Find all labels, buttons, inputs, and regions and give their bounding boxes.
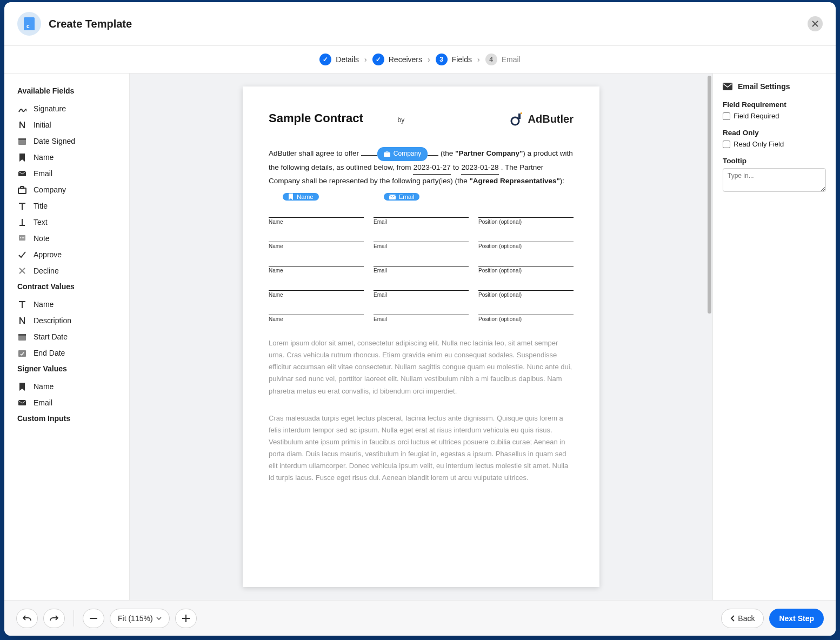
field-start-date[interactable]: Start Date (17, 329, 118, 345)
field-label: Name (34, 300, 54, 309)
date-to-value[interactable]: 2023-01-28 (461, 161, 499, 175)
input-line[interactable] (374, 308, 469, 315)
field-decline[interactable]: Decline (17, 263, 118, 279)
enddate-icon (17, 348, 27, 358)
field-email[interactable]: Email (17, 395, 118, 411)
table-row: NameEmailPosition (optional) (269, 210, 574, 225)
field-label: Approve (34, 250, 62, 259)
name-field-chip[interactable]: Name (283, 193, 319, 201)
svg-rect-1 (18, 138, 26, 140)
title-icon (17, 201, 27, 211)
field-name[interactable]: Name (17, 296, 118, 312)
bookmark-icon (17, 382, 27, 391)
template-icon (17, 12, 41, 36)
field-description[interactable]: Description (17, 312, 118, 329)
input-line[interactable] (269, 210, 364, 218)
field-approve[interactable]: Approve (17, 246, 118, 263)
svg-rect-15 (521, 112, 522, 114)
field-name[interactable]: Name (17, 378, 118, 395)
step-receivers[interactable]: ✓ Receivers (372, 54, 422, 65)
input-line[interactable] (478, 308, 574, 315)
input-line[interactable] (374, 210, 469, 218)
lorem-2: Cras malesuada turpis eget lectus placer… (269, 412, 574, 484)
input-line[interactable] (478, 283, 574, 291)
input-line[interactable] (478, 210, 574, 218)
field-label: Signature (34, 104, 66, 113)
field-label: Initial (34, 121, 51, 129)
column-label: Position (optional) (478, 292, 574, 298)
input-line[interactable] (478, 259, 574, 266)
mail-icon (17, 169, 27, 178)
company-field-chip[interactable]: Company (377, 147, 428, 161)
email-field-chip[interactable]: Email (384, 193, 420, 201)
table-row: NameEmailPosition (optional) (269, 283, 574, 298)
intro-paragraph: AdButler shall agree to offer Company (t… (269, 147, 574, 188)
field-company[interactable]: Company (17, 182, 118, 198)
input-line[interactable] (269, 283, 364, 291)
field-text[interactable]: Text (17, 214, 118, 230)
field-label: Description (34, 316, 71, 325)
svg-rect-12 (18, 400, 26, 405)
column-label: Position (optional) (478, 268, 574, 274)
date-from-value[interactable]: 2023-01-27 (413, 161, 451, 175)
create-template-modal: Create Template ✓ Details › ✓ Receivers … (4, 2, 676, 512)
brand-logo: AdButler (510, 111, 574, 126)
field-name[interactable]: Name (17, 149, 118, 165)
briefcase-icon (384, 151, 390, 157)
input-line[interactable] (374, 283, 469, 291)
field-signature[interactable]: Signature (17, 101, 118, 117)
document-canvas[interactable]: Sample Contract by AdButler AdButler sha… (130, 74, 676, 512)
signature-icon (17, 104, 27, 114)
step-email[interactable]: 4 Email (485, 54, 521, 65)
step-fields[interactable]: 3 Fields (436, 54, 472, 65)
column-label: Position (optional) (478, 243, 574, 249)
field-label: Decline (34, 266, 59, 275)
input-line[interactable] (269, 235, 364, 242)
table-row: NameEmailPosition (optional) (269, 235, 574, 249)
by-label: by (397, 116, 404, 124)
input-line[interactable] (374, 259, 469, 266)
date-icon (17, 136, 27, 146)
column-label: Position (optional) (478, 316, 574, 322)
input-line[interactable] (269, 259, 364, 266)
step-details[interactable]: ✓ Details (319, 54, 359, 65)
field-title[interactable]: Title (17, 198, 118, 214)
column-label: Email (374, 316, 469, 322)
field-date-signed[interactable]: Date Signed (17, 133, 118, 149)
field-label: Name (34, 382, 54, 391)
bookmark-icon (17, 152, 27, 162)
field-initial[interactable]: Initial (17, 117, 118, 133)
input-line[interactable] (269, 308, 364, 315)
field-label: Email (34, 398, 52, 407)
step-number: 4 (485, 54, 497, 65)
field-label: Text (34, 218, 48, 226)
field-end-date[interactable]: End Date (17, 345, 118, 361)
column-label: Email (374, 292, 469, 298)
field-email[interactable]: Email (17, 165, 118, 182)
doc-title: Sample Contract (269, 111, 363, 125)
column-label: Name (269, 292, 364, 298)
mail-icon (389, 195, 396, 199)
svg-point-8 (23, 237, 24, 238)
table-row: NameEmailPosition (optional) (269, 308, 574, 322)
modal-header: Create Template (4, 2, 676, 46)
field-note[interactable]: Note (17, 230, 118, 246)
field-label: Title (34, 202, 48, 210)
column-label: Name (269, 243, 364, 249)
column-label: Name (269, 316, 364, 322)
column-label: Email (374, 268, 469, 274)
initial-icon (17, 120, 27, 130)
initial-icon (17, 316, 27, 325)
svg-point-6 (20, 237, 21, 238)
lorem-1: Lorem ipsum dolor sit amet, consectetur … (269, 337, 574, 397)
input-line[interactable] (478, 235, 574, 242)
step-number: 3 (436, 54, 448, 65)
chevron-right-icon: › (428, 55, 430, 64)
section-title: Signer Values (17, 364, 118, 373)
svg-rect-10 (18, 334, 26, 336)
svg-point-7 (22, 237, 23, 238)
input-line[interactable] (374, 235, 469, 242)
chevron-right-icon: › (364, 55, 367, 64)
column-label: Name (269, 219, 364, 225)
svg-rect-11 (18, 350, 26, 357)
